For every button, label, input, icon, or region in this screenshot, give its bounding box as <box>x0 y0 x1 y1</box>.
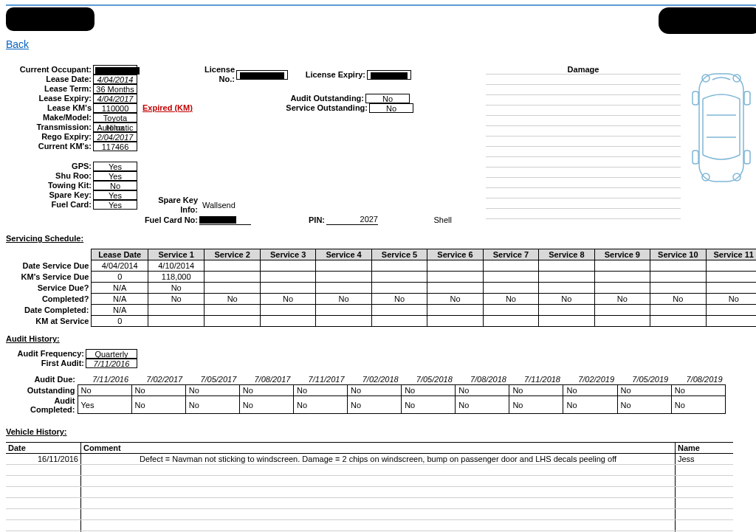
audit-table: Audit Due:7/11/20167/02/20177/05/20177/0… <box>6 374 726 414</box>
val-current-occupant <box>93 65 137 75</box>
val-first-audit: 7/11/2016 <box>86 359 137 368</box>
lbl-gps: GPS: <box>6 162 93 171</box>
val-pin: 2027 <box>326 215 378 225</box>
lbl-current-occupant: Current Occupant: <box>6 65 93 75</box>
val-rego-expiry: 2/04/2017 <box>93 132 137 142</box>
val-audit-freq: Quarterly <box>86 349 137 359</box>
val-lease-term: 36 Months <box>93 84 137 94</box>
lbl-audit-freq: Audit Frequency: <box>6 349 86 359</box>
val-fuel-card: Yes <box>93 200 137 210</box>
heading-damage: Damage <box>486 65 681 74</box>
heading-servicing: Servicing Schedule: <box>6 234 756 243</box>
val-towing-kit: No <box>93 181 137 190</box>
lbl-service-outstanding: Service Outstanding: <box>238 103 369 113</box>
lbl-towing-kit: Towing Kit: <box>6 181 93 190</box>
lbl-lease-kms: Lease KM's <box>6 103 93 113</box>
svg-rect-7 <box>693 151 698 164</box>
lbl-pin: PIN: <box>251 215 326 225</box>
lbl-fuel-card-no: Fuel Card No: <box>139 215 199 225</box>
back-link[interactable]: Back <box>6 38 29 50</box>
vehicle-history-table: DateCommentName16/11/2016Defect = Navman… <box>6 442 733 532</box>
expired-note: Expired (KM) <box>139 103 193 113</box>
lbl-license-expiry: License Expiry: <box>288 70 367 80</box>
lbl-spare-key: Spare Key: <box>6 190 93 200</box>
lbl-make-model: Make/Model: <box>6 113 93 122</box>
lbl-license-no: License No.: <box>189 65 236 84</box>
val-spare-key: Yes <box>93 190 137 200</box>
val-make-model: Toyota Hilux <box>93 113 137 122</box>
val-spare-key-info: Wallsend <box>199 201 291 210</box>
lbl-lease-term: Lease Term: <box>6 84 93 94</box>
heading-audit: Audit History: <box>6 334 756 343</box>
svg-point-1 <box>702 75 709 82</box>
val-audit-outstanding: No <box>365 94 410 103</box>
lbl-spare-key-info: Spare Key Info: <box>139 196 199 215</box>
lbl-audit-outstanding: Audit Outstanding: <box>235 94 365 103</box>
val-lease-kms: 110000 <box>93 103 137 113</box>
lbl-rego-expiry: Rego Expiry: <box>6 132 93 142</box>
servicing-table: Lease DateService 1Service 2Service 3Ser… <box>6 249 756 327</box>
lbl-current-kms: Current KM's: <box>6 142 93 151</box>
header-redaction-right <box>659 7 756 34</box>
val-shu-roo: Yes <box>93 171 137 181</box>
val-fuel-card-no <box>199 215 251 225</box>
val-fuel-provider: Shell <box>378 215 452 225</box>
svg-rect-6 <box>744 91 750 105</box>
svg-rect-0 <box>699 74 743 182</box>
svg-point-4 <box>733 173 740 181</box>
header-redaction-left <box>6 7 94 31</box>
lbl-fuel-card: Fuel Card: <box>6 200 93 210</box>
val-transmission: Automatic <box>93 122 137 132</box>
lbl-shu-roo: Shu Roo: <box>6 171 93 181</box>
val-lease-expiry: 4/04/2017 <box>93 94 137 103</box>
svg-rect-5 <box>693 91 698 105</box>
val-gps: Yes <box>93 162 137 171</box>
lbl-lease-expiry: Lease Expiry: <box>6 94 93 103</box>
lbl-first-audit: First Audit: <box>6 359 86 368</box>
val-service-outstanding: No <box>369 103 413 113</box>
car-diagram <box>681 65 756 219</box>
svg-rect-8 <box>744 151 750 164</box>
svg-point-3 <box>702 173 709 181</box>
val-current-kms: 117466 <box>93 142 137 151</box>
svg-point-2 <box>733 75 740 82</box>
val-license-expiry <box>367 70 411 80</box>
lbl-lease-date: Lease Date: <box>6 75 93 84</box>
val-lease-date: 4/04/2014 <box>93 75 137 84</box>
val-license-no <box>236 70 288 80</box>
heading-vehicle-history: Vehicle History: <box>6 427 756 436</box>
lbl-transmission: Transmission: <box>6 122 93 132</box>
